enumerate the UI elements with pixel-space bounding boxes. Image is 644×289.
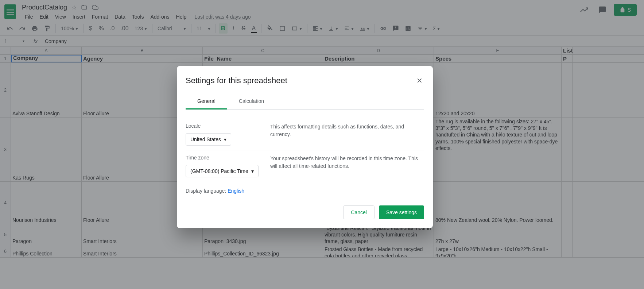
- modal-tabs: General Calculation: [186, 94, 424, 110]
- locale-label: Locale: [186, 123, 266, 129]
- locale-dropdown[interactable]: United States ▾: [186, 133, 231, 146]
- timezone-description: Your spreadsheet's history will be recor…: [266, 155, 424, 177]
- cancel-button[interactable]: Cancel: [343, 205, 375, 219]
- language-row: Display language: English: [186, 182, 424, 200]
- settings-modal: Settings for this spreadsheet ✕ General …: [177, 66, 433, 228]
- locale-description: This affects formatting details such as …: [266, 123, 424, 146]
- chevron-down-icon: ▾: [251, 168, 254, 174]
- timezone-dropdown[interactable]: (GMT-08:00) Pacific Time ▾: [186, 165, 259, 177]
- tab-calculation[interactable]: Calculation: [227, 94, 276, 109]
- timezone-label: Time zone: [186, 155, 266, 161]
- save-settings-button[interactable]: Save settings: [379, 205, 424, 219]
- language-link[interactable]: English: [228, 188, 244, 194]
- close-icon[interactable]: ✕: [415, 75, 424, 86]
- chevron-down-icon: ▾: [224, 136, 226, 142]
- modal-title: Settings for this spreadsheet: [186, 76, 287, 85]
- tab-general[interactable]: General: [186, 94, 227, 109]
